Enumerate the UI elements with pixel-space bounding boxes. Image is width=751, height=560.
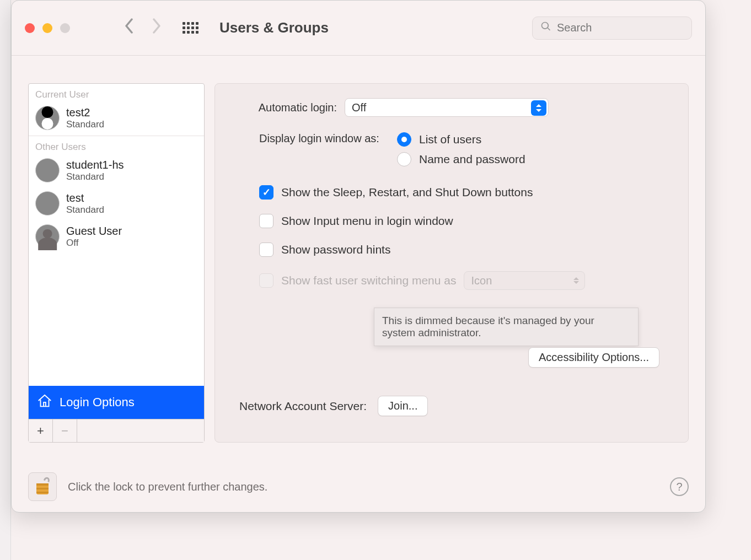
back-button[interactable] (124, 18, 134, 37)
login-options-label: Login Options (60, 395, 135, 410)
display-login-radio-group: List of users Name and password (397, 132, 525, 172)
nav-buttons (124, 18, 162, 37)
lock-bar: Click the lock to prevent further change… (28, 472, 689, 501)
avatar-icon (35, 106, 60, 130)
svg-rect-1 (36, 483, 49, 486)
user-role: Standard (66, 119, 104, 130)
lock-button[interactable] (28, 472, 57, 501)
checkbox-input-menu[interactable] (259, 214, 273, 228)
auto-login-value: Off (352, 101, 366, 114)
managed-tooltip: This is dimmed because it's managed by y… (374, 308, 639, 346)
lock-text: Click the lock to prevent further change… (68, 481, 267, 493)
checkbox-label: Show Input menu in login window (281, 214, 453, 228)
user-sidebar: Current User test2 Standard Other Users … (28, 83, 205, 443)
settings-panel: Automatic login: Off Display login windo… (214, 83, 689, 443)
lock-open-icon (33, 475, 52, 499)
checkbox-fast-user-switching (259, 273, 273, 288)
user-role: Off (66, 238, 122, 249)
window-controls (25, 23, 70, 33)
other-user-row[interactable]: test Standard (29, 188, 204, 221)
current-user-header: Current User (29, 84, 204, 103)
svg-rect-2 (36, 488, 49, 489)
network-account-server-label: Network Account Server: (239, 400, 367, 413)
preferences-window: Users & Groups Current User test2 Standa… (11, 0, 706, 513)
auto-login-dropdown[interactable]: Off (345, 98, 549, 117)
auto-login-label: Automatic login: (235, 101, 337, 114)
avatar-icon (35, 191, 60, 216)
checkbox-label: Show the Sleep, Restart, and Shut Down b… (281, 186, 533, 199)
svg-rect-3 (36, 492, 49, 493)
radio-list-of-users[interactable] (397, 132, 411, 147)
avatar-icon (35, 158, 60, 182)
zoom-window-button (60, 23, 70, 33)
titlebar: Users & Groups (12, 1, 705, 56)
radio-name-password[interactable] (397, 152, 411, 166)
forward-button[interactable] (152, 18, 162, 37)
home-icon (36, 392, 53, 412)
fast-user-switching-value: Icon (471, 274, 492, 287)
user-name: student1-hs (66, 159, 124, 171)
search-icon (540, 21, 551, 35)
avatar-icon (35, 224, 60, 249)
search-field[interactable] (532, 17, 692, 40)
chevron-updown-icon (573, 274, 579, 287)
fast-user-switching-dropdown: Icon (464, 271, 585, 290)
user-name: Guest User (66, 225, 122, 238)
other-user-row[interactable]: Guest User Off (29, 221, 204, 254)
add-user-button[interactable]: + (29, 419, 53, 442)
close-window-button[interactable] (25, 23, 35, 33)
other-user-row[interactable]: student1-hs Standard (29, 155, 204, 188)
checkbox-label: Show fast user switching menu as (281, 274, 456, 287)
radio-label: List of users (419, 133, 481, 146)
checkbox-sleep-restart-shutdown[interactable] (259, 185, 273, 200)
checkbox-label: Show password hints (281, 243, 390, 256)
display-login-label: Display login window as: (235, 132, 389, 145)
user-name: test (66, 192, 104, 204)
user-name: test2 (66, 106, 104, 119)
join-button[interactable]: Join... (378, 396, 428, 416)
current-user-row[interactable]: test2 Standard (29, 103, 204, 136)
help-button[interactable]: ? (670, 477, 689, 496)
radio-label: Name and password (419, 153, 525, 166)
sidebar-footer: + − (29, 419, 204, 442)
minimize-window-button[interactable] (42, 23, 52, 33)
other-users-header: Other Users (29, 136, 204, 155)
show-all-icon[interactable] (183, 22, 199, 34)
search-input[interactable] (557, 21, 696, 34)
checkbox-password-hints[interactable] (259, 243, 273, 257)
window-title: Users & Groups (219, 19, 329, 36)
remove-user-button[interactable]: − (53, 419, 77, 442)
content-area: Current User test2 Standard Other Users … (12, 56, 705, 454)
user-role: Standard (66, 171, 124, 182)
chevron-updown-icon (531, 100, 546, 116)
user-role: Standard (66, 204, 104, 216)
background-strip (0, 0, 11, 560)
login-options-button[interactable]: Login Options (29, 386, 204, 419)
accessibility-options-button[interactable]: Accessibility Options... (528, 347, 659, 368)
